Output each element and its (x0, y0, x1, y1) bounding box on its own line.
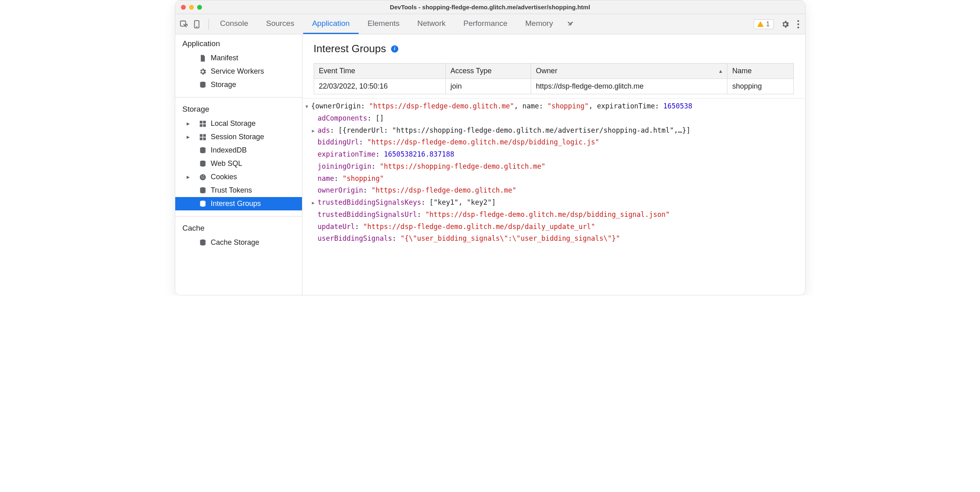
traffic-lights[interactable] (181, 5, 202, 10)
tree-row[interactable]: ▼{ownerOrigin: "https://dsp-fledge-demo.… (306, 100, 801, 112)
tree-row[interactable]: expirationTime: 1650538216.837188 (306, 148, 801, 161)
sidebar-item-web-sql[interactable]: Web SQL (175, 157, 302, 170)
gear-icon (199, 68, 207, 76)
sidebar-item-indexeddb[interactable]: IndexedDB (175, 144, 302, 157)
sidebar-item-label: Trust Tokens (211, 186, 252, 195)
table-cell: https://dsp-fledge-demo.glitch.me (531, 79, 727, 94)
tree-row[interactable]: ▶ads: [{renderUrl: "https://shopping-fle… (306, 125, 801, 137)
col-event-time[interactable]: Event Time (314, 64, 445, 79)
svg-rect-7 (200, 121, 202, 123)
devtools-window: DevTools - shopping-fledge-demo.glitch.m… (175, 0, 806, 295)
sidebar-item-service-workers[interactable]: Service Workers (175, 65, 302, 78)
tree-row[interactable]: ▶trustedBiddingSignalsKeys: ["key1", "ke… (306, 197, 801, 209)
sidebar-item-interest-groups[interactable]: Interest Groups (175, 197, 302, 210)
issues-badge[interactable]: 1 (754, 19, 774, 29)
svg-rect-9 (200, 124, 202, 127)
db-icon (199, 239, 207, 247)
svg-rect-14 (203, 137, 206, 140)
sidebar-item-label: Interest Groups (211, 199, 261, 208)
db-icon (199, 200, 207, 208)
svg-point-4 (797, 23, 799, 25)
tab-performance[interactable]: Performance (455, 14, 517, 34)
sidebar-item-cache-storage[interactable]: Cache Storage (175, 236, 302, 249)
svg-point-5 (797, 26, 799, 28)
table-cell: join (445, 79, 531, 94)
tree-row[interactable]: trustedBiddingSignalsUrl: "https://dsp-f… (306, 209, 801, 221)
svg-rect-12 (203, 134, 206, 137)
caret-right-icon[interactable]: ▶ (312, 127, 318, 135)
tab-console[interactable]: Console (211, 14, 257, 34)
minimize-window-button[interactable] (189, 5, 194, 10)
col-owner[interactable]: Owner▲ (531, 64, 727, 79)
sidebar-item-label: Local Storage (211, 119, 256, 128)
inspect-element-icon[interactable] (179, 20, 188, 29)
sidebar-item-label: IndexedDB (211, 146, 247, 155)
sidebar-item-storage[interactable]: Storage (175, 78, 302, 91)
sidebar-item-session-storage[interactable]: Session Storage (175, 130, 302, 144)
more-tabs-icon[interactable] (562, 14, 579, 34)
maximize-window-button[interactable] (197, 5, 202, 10)
col-name[interactable]: Name (727, 64, 793, 79)
svg-point-18 (201, 176, 202, 176)
sort-indicator-icon: ▲ (718, 68, 723, 74)
object-tree[interactable]: ▼{ownerOrigin: "https://dsp-fledge-demo.… (302, 98, 805, 253)
file-icon (199, 54, 207, 62)
tree-row[interactable]: joiningOrigin: "https://shopping-fledge-… (306, 161, 801, 173)
table-cell: 22/03/2022, 10:50:16 (314, 79, 445, 94)
tab-application[interactable]: Application (303, 14, 359, 34)
main-panel: Interest Groups i Event TimeAccess TypeO… (302, 34, 805, 295)
sidebar-item-label: Web SQL (211, 159, 242, 168)
sidebar-item-label: Storage (211, 81, 236, 89)
tree-row[interactable]: userBiddingSignals: "{\"user_bidding_sig… (306, 233, 801, 245)
sidebar-item-label: Service Workers (211, 67, 264, 76)
interest-groups-table: Event TimeAccess TypeOwner▲Name 22/03/20… (314, 63, 794, 94)
svg-point-19 (203, 175, 204, 176)
table-row[interactable]: 22/03/2022, 10:50:16joinhttps://dsp-fled… (314, 79, 793, 94)
window-title: DevTools - shopping-fledge-demo.glitch.m… (175, 4, 805, 11)
tree-row[interactable]: updateUrl: "https://dsp-fledge-demo.glit… (306, 221, 801, 233)
devtools-tabs: ConsoleSourcesApplicationElementsNetwork… (211, 14, 562, 34)
tab-memory[interactable]: Memory (517, 14, 562, 34)
close-window-button[interactable] (181, 5, 186, 10)
cookie-icon (199, 173, 207, 181)
warning-count: 1 (766, 21, 770, 28)
device-toggle-icon[interactable] (192, 20, 201, 29)
kebab-menu-icon[interactable] (797, 20, 799, 29)
tree-row[interactable]: ownerOrigin: "https://dsp-fledge-demo.gl… (306, 184, 801, 197)
tab-sources[interactable]: Sources (257, 14, 303, 34)
sidebar-item-cookies[interactable]: Cookies (175, 170, 302, 184)
info-icon[interactable]: i (391, 45, 398, 53)
settings-icon[interactable] (781, 20, 790, 29)
caret-right-icon[interactable]: ▶ (312, 199, 318, 207)
sidebar-item-label: Manifest (211, 54, 238, 62)
application-sidebar: ApplicationManifestService WorkersStorag… (175, 34, 302, 295)
svg-rect-10 (203, 124, 206, 127)
sidebar-item-manifest[interactable]: Manifest (175, 51, 302, 65)
svg-point-20 (202, 177, 202, 178)
sidebar-item-trust-tokens[interactable]: Trust Tokens (175, 184, 302, 197)
warning-icon (757, 21, 764, 27)
db-icon (199, 146, 207, 155)
window-titlebar: DevTools - shopping-fledge-demo.glitch.m… (175, 0, 805, 14)
tree-row[interactable]: name: "shopping" (306, 173, 801, 185)
tab-elements[interactable]: Elements (359, 14, 408, 34)
caret-down-icon[interactable]: ▼ (306, 103, 311, 110)
db-icon (199, 160, 207, 168)
tab-network[interactable]: Network (408, 14, 455, 34)
toolbar-divider (208, 19, 209, 30)
svg-point-3 (797, 20, 799, 21)
tree-row[interactable]: biddingUrl: "https://dsp-fledge-demo.gli… (306, 136, 801, 148)
db-icon (199, 81, 207, 89)
col-access-type[interactable]: Access Type (445, 64, 531, 79)
tree-row[interactable]: adComponents: [] (306, 112, 801, 125)
svg-point-17 (200, 174, 206, 180)
sidebar-heading-storage: Storage (175, 100, 302, 116)
svg-rect-11 (200, 134, 202, 137)
sidebar-item-label: Cache Storage (211, 238, 259, 247)
svg-point-21 (203, 177, 204, 178)
svg-rect-13 (200, 137, 202, 140)
grid-icon (199, 133, 207, 141)
panel-header: Interest Groups i (302, 34, 805, 61)
sidebar-item-local-storage[interactable]: Local Storage (175, 117, 302, 130)
sidebar-heading-cache: Cache (175, 219, 302, 235)
